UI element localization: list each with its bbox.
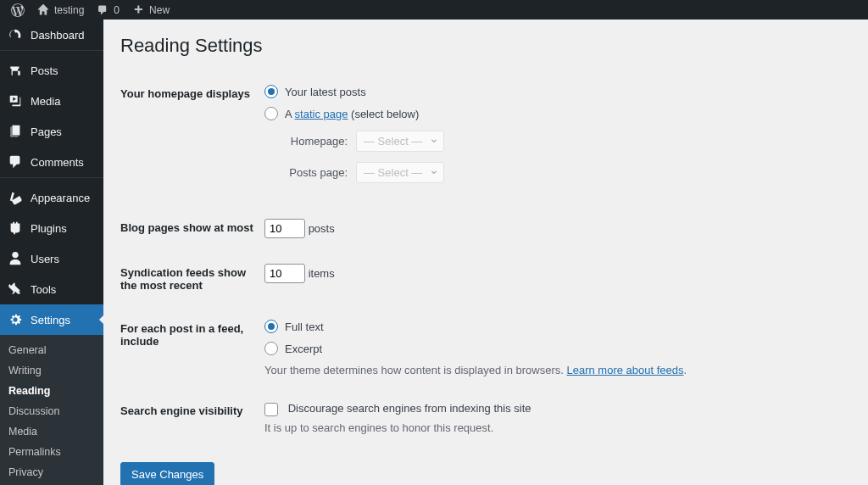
submenu-media[interactable]: Media (0, 421, 103, 442)
sidebar-item-comments[interactable]: Comments (0, 147, 103, 177)
brush-icon (7, 189, 24, 206)
radio-static-page[interactable] (264, 107, 278, 120)
sev-description: It is up to search engines to honor this… (264, 421, 843, 434)
sidebar-item-media[interactable]: Media (0, 86, 103, 116)
comments-link[interactable]: 0 (90, 0, 125, 20)
blog-pages-label: Blog pages show at most (120, 206, 264, 251)
comment-icon (96, 3, 109, 17)
submenu-writing[interactable]: Writing (0, 360, 103, 381)
feed-include-label: For each post in a feed, include (120, 307, 264, 389)
blog-pages-input[interactable] (264, 219, 305, 238)
pin-icon (7, 62, 24, 79)
site-name-link[interactable]: testing (31, 0, 90, 20)
sidebar-item-pages[interactable]: Pages (0, 116, 103, 147)
sidebar-item-label: Plugins (31, 222, 67, 235)
admin-toolbar: testing 0 New (0, 0, 868, 20)
radio-excerpt-label[interactable]: Excerpt (285, 343, 322, 355)
syndication-unit: items (309, 267, 335, 280)
main-content: Reading Settings Your homepage displays … (103, 20, 868, 485)
media-icon (7, 92, 24, 109)
static-page-link[interactable]: static page (295, 108, 348, 120)
radio-latest-posts[interactable] (264, 85, 278, 98)
radio-excerpt[interactable] (264, 342, 278, 355)
submenu-general[interactable]: General (0, 340, 103, 360)
homepage-select-label: Homepage: (281, 135, 348, 148)
sidebar-item-label: Media (31, 95, 60, 108)
sev-label: Search engine visibility (120, 389, 264, 447)
syndication-label: Syndication feeds show the most recent (120, 251, 264, 307)
postspage-select-label: Posts page: (281, 166, 348, 179)
sidebar-item-label: Tools (31, 283, 56, 296)
submenu-privacy[interactable]: Privacy (0, 462, 103, 482)
sev-checkbox-label[interactable]: Discourage search engines from indexing … (264, 402, 531, 415)
dashboard-icon (7, 26, 24, 43)
postspage-select[interactable]: — Select — (356, 162, 444, 183)
page-title: Reading Settings (120, 35, 851, 57)
wordpress-icon (11, 3, 25, 17)
submenu-reading[interactable]: Reading (0, 381, 103, 401)
wp-logo[interactable] (5, 0, 31, 20)
sidebar-item-users[interactable]: Users (0, 243, 103, 274)
site-name-label: testing (54, 4, 84, 16)
homepage-displays-label: Your homepage displays (120, 72, 264, 206)
homepage-select[interactable]: — Select — (356, 131, 444, 152)
radio-full-label[interactable]: Full text (285, 321, 324, 333)
sidebar-item-label: Pages (31, 125, 62, 138)
sidebar-item-appearance[interactable]: Appearance (0, 182, 103, 213)
sidebar-item-dashboard[interactable]: Dashboard (0, 20, 103, 50)
tools-icon (7, 281, 24, 298)
syndication-input[interactable] (264, 264, 305, 283)
comments-icon (7, 153, 24, 170)
page-icon (7, 123, 24, 140)
submenu-discussion[interactable]: Discussion (0, 401, 103, 421)
sidebar-item-tools[interactable]: Tools (0, 274, 103, 304)
sidebar-item-posts[interactable]: Posts (0, 55, 103, 86)
comments-count: 0 (114, 4, 120, 16)
settings-icon (7, 311, 24, 328)
save-changes-button[interactable]: Save Changes (120, 462, 214, 485)
blog-pages-unit: posts (309, 222, 335, 235)
sidebar-item-label: Settings (31, 314, 70, 326)
users-icon (7, 250, 24, 267)
radio-static-label[interactable]: A static page (select below) (285, 108, 419, 120)
submenu-permalinks[interactable]: Permalinks (0, 442, 103, 462)
sidebar-item-label: Users (31, 253, 59, 265)
plus-icon (131, 3, 145, 17)
learn-more-feeds-link[interactable]: Learn more about feeds (566, 364, 683, 376)
feed-description: Your theme determines how content is dis… (264, 364, 843, 376)
sidebar-item-label: Appearance (31, 192, 90, 204)
plugin-icon (7, 220, 24, 237)
new-content-link[interactable]: New (125, 0, 175, 20)
radio-latest-label[interactable]: Your latest posts (285, 86, 366, 98)
sidebar-item-plugins[interactable]: Plugins (0, 213, 103, 243)
sidebar-item-settings[interactable]: Settings (0, 304, 103, 335)
radio-full-text[interactable] (264, 320, 278, 333)
sidebar-item-label: Dashboard (31, 29, 85, 42)
admin-sidebar: Dashboard Posts Media Pages Comments App… (0, 20, 103, 485)
home-icon (36, 3, 50, 17)
sidebar-item-label: Comments (31, 156, 84, 169)
sidebar-item-label: Posts (31, 64, 58, 77)
sev-checkbox[interactable] (264, 403, 278, 416)
new-label: New (149, 4, 170, 16)
settings-submenu: General Writing Reading Discussion Media… (0, 335, 103, 485)
